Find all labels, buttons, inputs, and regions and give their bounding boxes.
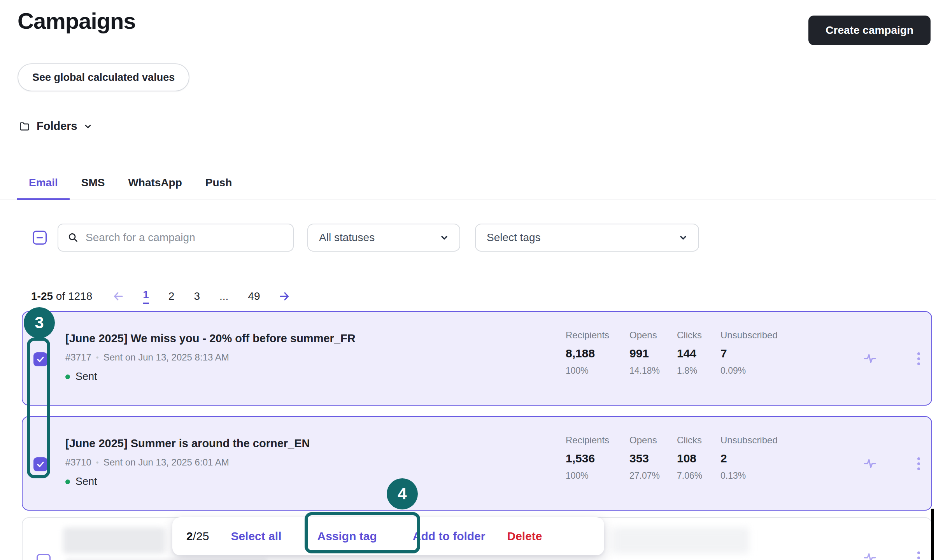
- row-menu-icon[interactable]: [913, 550, 924, 560]
- stat-label: Unsubscribed: [720, 330, 791, 341]
- campaign-meta: #3717 • Sent on Jun 13, 2025 8:13 AM: [65, 352, 356, 363]
- activity-report-icon[interactable]: [863, 352, 877, 366]
- chevron-down-icon: [440, 233, 449, 242]
- campaign-status: Sent: [65, 476, 310, 488]
- stat-rate: 14.18%: [629, 366, 677, 376]
- activity-report-icon[interactable]: [863, 457, 877, 471]
- tab-sms[interactable]: SMS: [70, 170, 117, 200]
- assign-tag-button[interactable]: Assign tag: [317, 530, 377, 543]
- stat-label: Unsubscribed: [720, 435, 791, 446]
- stat-unsubscribed: Unsubscribed 2 0.13%: [720, 435, 791, 481]
- page-3[interactable]: 3: [194, 290, 200, 303]
- row-checkbox-checked[interactable]: [33, 457, 47, 471]
- activity-report-icon[interactable]: [863, 551, 877, 560]
- add-to-folder-button[interactable]: Add to folder: [413, 530, 486, 543]
- selected-count: 2/25: [186, 530, 209, 543]
- stat-value: 8,188: [566, 347, 629, 360]
- delete-button[interactable]: Delete: [507, 530, 542, 543]
- stat-recipients: Recipients 1,536 100%: [566, 435, 629, 481]
- selected-count-total: /25: [193, 530, 209, 542]
- row-checkbox-checked[interactable]: [33, 352, 47, 366]
- filter-toolbar: All statuses Select tags: [33, 224, 699, 252]
- pagination-of: of 1218: [56, 290, 92, 302]
- status-filter-select[interactable]: All statuses: [307, 224, 460, 252]
- arrow-right-icon[interactable]: [279, 290, 290, 302]
- status-dot-icon: [65, 374, 70, 379]
- create-campaign-button[interactable]: Create campaign: [808, 16, 931, 45]
- stat-label: Opens: [629, 435, 677, 446]
- campaign-sent-info: Sent on Jun 13, 2025 8:13 AM: [103, 352, 229, 363]
- blurred-stats-placeholder: [612, 527, 749, 554]
- selected-count-value: 2: [186, 530, 193, 542]
- campaign-meta: #3710 • Sent on Jun 13, 2025 6:01 AM: [65, 457, 310, 468]
- blurred-meta-placeholder: [65, 558, 268, 560]
- channel-tabs: Email SMS WhatsApp Push: [0, 170, 936, 200]
- stat-value: 144: [677, 347, 720, 360]
- tab-whatsapp[interactable]: WhatsApp: [116, 170, 193, 200]
- tags-filter-value: Select tags: [487, 231, 541, 244]
- stat-rate: 100%: [566, 471, 629, 481]
- status-badge: Sent: [75, 476, 97, 488]
- row-menu-icon[interactable]: [913, 456, 924, 472]
- pagination-pages: 1 2 3 ... 49: [143, 289, 260, 304]
- campaign-row[interactable]: [June 2025] We miss you - 20% off before…: [22, 311, 932, 406]
- search-icon: [68, 232, 79, 243]
- stat-recipients: Recipients 8,188 100%: [566, 330, 629, 376]
- page-title: Campaigns: [18, 8, 136, 34]
- stat-value: 353: [629, 452, 677, 465]
- page-2[interactable]: 2: [168, 290, 175, 303]
- stat-opens: Opens 991 14.18%: [629, 330, 677, 376]
- page-1[interactable]: 1: [143, 289, 149, 304]
- stat-value: 7: [720, 347, 791, 360]
- page-ellipsis: ...: [219, 290, 228, 303]
- stat-label: Clicks: [677, 330, 720, 341]
- stat-clicks: Clicks 108 7.06%: [677, 435, 720, 481]
- row-checkbox-unchecked[interactable]: [37, 554, 51, 560]
- pagination: 1-25 of 1218 1 2 3 ... 49: [31, 289, 290, 304]
- row-menu-icon[interactable]: [913, 351, 924, 367]
- scrollbar-thumb[interactable]: [931, 509, 934, 560]
- checkmark-icon: [36, 460, 45, 469]
- campaign-id: #3710: [65, 457, 91, 468]
- campaign-sent-info: Sent on Jun 13, 2025 6:01 AM: [103, 457, 229, 468]
- stat-rate: 0.09%: [720, 366, 791, 376]
- stat-rate: 100%: [566, 366, 629, 376]
- campaign-info: [June 2025] Summer is around the corner_…: [65, 437, 310, 488]
- campaign-info: [June 2025] We miss you - 20% off before…: [65, 332, 356, 383]
- campaign-title[interactable]: [June 2025] Summer is around the corner_…: [65, 437, 310, 450]
- campaign-title[interactable]: [June 2025] We miss you - 20% off before…: [65, 332, 356, 345]
- select-all-button[interactable]: Select all: [231, 530, 281, 543]
- stat-rate: 27.07%: [629, 471, 677, 481]
- stat-clicks: Clicks 144 1.8%: [677, 330, 720, 376]
- search-input[interactable]: [86, 231, 284, 244]
- folders-dropdown[interactable]: Folders: [19, 120, 92, 133]
- campaign-id: #3717: [65, 352, 91, 363]
- stat-label: Recipients: [566, 330, 629, 341]
- pagination-range: 1-25 of 1218: [31, 290, 92, 303]
- stat-label: Recipients: [566, 435, 629, 446]
- stat-label: Clicks: [677, 435, 720, 446]
- see-global-values-button[interactable]: See global calculated values: [18, 63, 189, 91]
- stat-rate: 7.06%: [677, 471, 720, 481]
- status-filter-value: All statuses: [319, 231, 375, 244]
- tab-push[interactable]: Push: [194, 170, 244, 200]
- campaign-search: [58, 224, 294, 252]
- tab-email[interactable]: Email: [17, 170, 70, 200]
- page-49[interactable]: 49: [248, 290, 260, 303]
- stat-rate: 1.8%: [677, 366, 720, 376]
- campaign-row[interactable]: [June 2025] Summer is around the corner_…: [22, 416, 932, 511]
- meta-separator: •: [96, 458, 99, 467]
- meta-separator: •: [96, 353, 99, 362]
- stat-value: 1,536: [566, 452, 629, 465]
- status-dot-icon: [65, 480, 70, 484]
- tags-filter-select[interactable]: Select tags: [475, 224, 699, 252]
- arrow-left-icon[interactable]: [112, 290, 124, 302]
- stat-unsubscribed: Unsubscribed 7 0.09%: [720, 330, 791, 376]
- select-all-checkbox-indeterminate[interactable]: [33, 231, 47, 245]
- status-badge: Sent: [75, 371, 97, 383]
- campaign-stats: Recipients 1,536 100% Opens 353 27.07% C…: [566, 435, 791, 481]
- stat-value: 2: [720, 452, 791, 465]
- annotation-step-badge: 3: [24, 307, 55, 338]
- campaigns-page: Campaigns Create campaign See global cal…: [0, 0, 936, 560]
- pagination-range-bold: 1-25: [31, 290, 53, 302]
